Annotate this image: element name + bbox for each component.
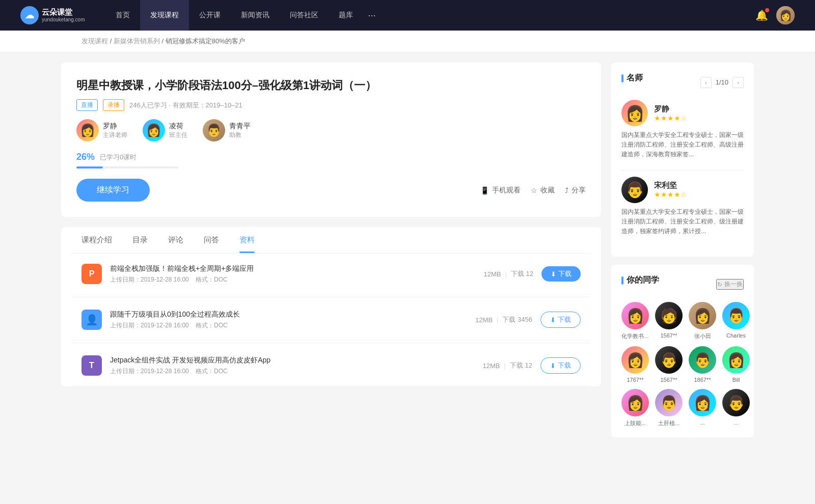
resource-name-3: Jetpack全组件实战 开发短视频应用高仿皮皮虾App — [110, 356, 475, 365]
teacher-sidebar-avatar-2: 👨 — [621, 177, 648, 203]
classmate-name-3: 张小田 — [694, 332, 711, 340]
resource-item: P 前端全栈加强版！前端全栈+全周期+多端应用 上传日期：2019-12-28 … — [71, 254, 591, 295]
collect-label: 收藏 — [540, 186, 555, 195]
teacher-sidebar-avatar-1: 👩 — [621, 100, 648, 126]
download-btn-1[interactable]: ⬇ 下载 — [541, 266, 581, 282]
breadcrumb-current: 销冠修炼术搞定80%的客户 — [166, 37, 245, 45]
logo-main: 云朵课堂 — [42, 8, 85, 17]
teacher-1-avatar: 👩 — [76, 119, 99, 142]
user-avatar-nav[interactable]: 👩 — [776, 6, 795, 24]
resource-item-2: 👤 跟随千万级项目从0到100全过程高效成长 上传日期：2019-12-28 1… — [71, 299, 591, 341]
share-btn[interactable]: ⤴ 分享 — [565, 186, 586, 195]
tab-intro[interactable]: 课程介绍 — [71, 227, 122, 253]
classmate-1: 👩 化学教书... — [621, 302, 649, 340]
collect-btn[interactable]: ☆ 收藏 — [531, 186, 555, 195]
classmate-avatar-9: 👩 — [621, 389, 649, 416]
teacher-sidebar-1: 👩 罗静 ★★★★☆ 国内某重点大学安全工程专业硕士，国家一级注册消防工程师、注… — [621, 100, 744, 160]
tab-comments[interactable]: 评论 — [158, 227, 194, 253]
classmates-card: 你的同学 ↻ 换一换 👩 化学教书... 🧑 1567** 👩 — [611, 265, 754, 437]
refresh-icon: ↻ — [717, 281, 722, 288]
resource-format-3: 格式：DOC — [196, 368, 228, 375]
badge-record: 录播 — [103, 99, 124, 111]
resource-format-2: 格式：DOC — [196, 322, 228, 329]
notification-dot — [765, 8, 769, 12]
nav-home[interactable]: 首页 — [105, 0, 140, 31]
tab-catalog[interactable]: 目录 — [122, 227, 158, 253]
classmate-name-8: Bill — [732, 377, 740, 383]
nav-public[interactable]: 公开课 — [189, 0, 231, 31]
classmate-avatar-6: 👨 — [655, 346, 683, 374]
famous-teachers-title: 名师 — [621, 73, 643, 83]
tab-materials[interactable]: 资料 — [229, 227, 265, 253]
classmate-name-10: 土肝植... — [658, 419, 680, 427]
breadcrumb-link-1[interactable]: 发现课程 — [82, 37, 108, 45]
teacher-sidebar-name-2: 宋利坚 — [654, 181, 687, 190]
teacher-1-name: 罗静 — [103, 122, 127, 131]
classmate-avatar-8: 👩 — [722, 346, 750, 374]
course-actions: 继续学习 📱 手机观看 ☆ 收藏 ⤴ 分享 — [76, 179, 586, 202]
breadcrumb-link-2[interactable]: 新媒体营销系列 — [114, 37, 160, 45]
download-btn-2[interactable]: ⬇ 下载 — [540, 312, 581, 328]
pagination: ‹ 1/10 › — [700, 77, 744, 88]
classmate-5: 👩 1767** — [621, 346, 649, 383]
continue-button[interactable]: 继续学习 — [76, 179, 150, 202]
teacher-3-avatar: 👨 — [203, 119, 225, 142]
resource-date-1: 上传日期：2019-12-28 16:00 — [110, 276, 189, 283]
nav-items: 首页 发现课程 公开课 新闻资讯 问答社区 题库 ··· — [105, 0, 755, 31]
logo[interactable]: ☁ 云朵课堂 yundouketang.com — [20, 6, 85, 24]
classmate-avatar-12: 👨 — [722, 389, 750, 416]
teacher-2-name: 凌荷 — [169, 122, 187, 131]
classmate-avatar-10: 👨 — [655, 389, 683, 416]
classmate-10: 👨 土肝植... — [655, 389, 683, 427]
resource-icon-2: 👤 — [82, 310, 102, 330]
classmates-title: 你的同学 — [621, 275, 659, 286]
teacher-2-avatar: 👩 — [143, 119, 165, 142]
nav-news[interactable]: 新闻资讯 — [231, 0, 280, 31]
progress-bar-bg — [76, 166, 178, 169]
resource-size-2: 12MB — [475, 316, 493, 324]
resource-size-1: 12MB — [484, 270, 501, 278]
teacher-1: 👩 罗静 主讲老师 — [76, 119, 127, 142]
classmate-9: 👩 上肢能... — [621, 389, 649, 427]
tabs-section: 课程介绍 目录 评论 问答 资料 P 前端全栈加强版！前端全栈+全周期+多端应用… — [61, 227, 601, 386]
resource-size-3: 12MB — [483, 362, 500, 370]
classmate-name-4: Charles — [726, 332, 746, 339]
famous-teachers-card: 名师 ‹ 1/10 › 👩 罗静 ★ — [611, 63, 754, 257]
progress-section: 26% 已学习0课时 — [76, 152, 586, 169]
teacher-2-desc: 国内某重点大学安全工程专业硕士，国家一级注册消防工程师、注册安全工程师、级注册建… — [621, 207, 744, 237]
next-page-btn[interactable]: › — [732, 77, 744, 88]
classmate-avatar-7: 👨 — [689, 346, 716, 374]
classmate-7: 👨 1867** — [689, 346, 716, 383]
mobile-watch-btn[interactable]: 📱 手机观看 — [480, 186, 521, 195]
notification-bell[interactable]: 🔔 — [755, 9, 768, 21]
teacher-sidebar-2: 👨 宋利坚 ★★★★☆ 国内某重点大学安全工程专业硕士，国家一级注册消防工程师、… — [621, 177, 744, 237]
page-info: 1/10 — [716, 78, 728, 86]
nav-more[interactable]: ··· — [363, 10, 381, 21]
classmate-2: 🧑 1567** — [655, 302, 683, 340]
refresh-classmates-btn[interactable]: ↻ 换一换 — [716, 279, 744, 290]
resource-format-1: 格式：DOC — [196, 276, 228, 283]
tab-qa[interactable]: 问答 — [194, 227, 229, 253]
progress-bar-fill — [76, 166, 103, 169]
classmate-name-1: 化学教书... — [621, 332, 648, 340]
download-btn-3[interactable]: ⬇ 下载 — [540, 357, 581, 374]
share-icon: ⤴ — [565, 186, 568, 194]
teacher-2-role: 班主任 — [169, 131, 187, 139]
classmate-name-6: 1567** — [660, 377, 677, 383]
resource-name-2: 跟随千万级项目从0到100全过程高效成长 — [110, 310, 467, 319]
course-title: 明星中教授课，小学阶段语法100分–强化级第1讲动词（一） — [76, 78, 586, 93]
classmate-avatar-2: 🧑 — [655, 302, 683, 329]
nav-discover[interactable]: 发现课程 — [140, 0, 189, 31]
teacher-3: 👨 青青平 助教 — [203, 119, 251, 142]
navbar: ☁ 云朵课堂 yundouketang.com 首页 发现课程 公开课 新闻资讯… — [0, 0, 815, 31]
resource-stats-3: 12MB | 下载 12 — [483, 361, 532, 370]
progress-label: 已学习0课时 — [100, 153, 137, 162]
classmates-grid: 👩 化学教书... 🧑 1567** 👩 张小田 👨 Charles — [621, 302, 744, 427]
teacher-1-desc: 国内某重点大学安全工程专业硕士，国家一级注册消防工程师、注册安全工程师、高级注册… — [621, 130, 744, 160]
course-meta: 直播 录播 246人已学习 · 有效期至：2019–10–21 — [76, 99, 586, 111]
teachers: 👩 罗静 主讲老师 👩 凌荷 班主任 — [76, 119, 586, 142]
prev-page-btn[interactable]: ‹ — [700, 77, 712, 88]
nav-qa[interactable]: 问答社区 — [280, 0, 329, 31]
nav-quiz[interactable]: 题库 — [329, 0, 363, 31]
tabs-nav: 课程介绍 目录 评论 问答 资料 — [71, 227, 591, 254]
